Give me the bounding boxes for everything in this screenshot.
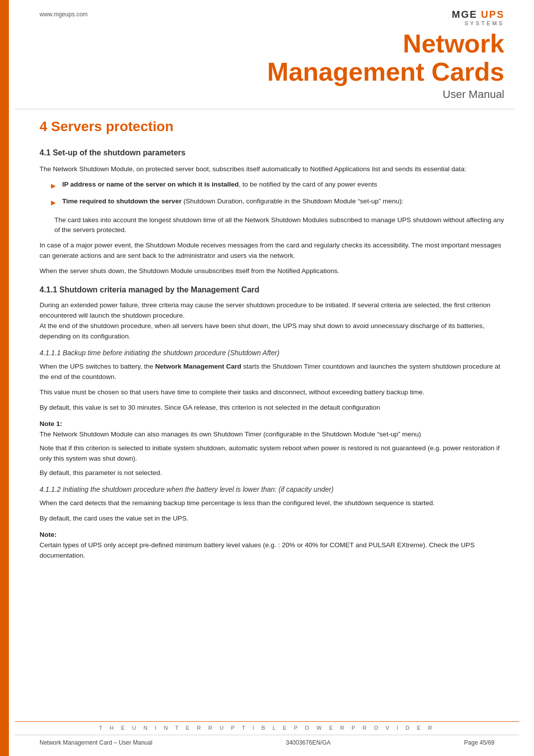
bullet-bold-1: IP address or name of the server on whic…: [62, 181, 239, 188]
bullet-item-1: ► IP address or name of the server on wh…: [49, 180, 504, 192]
logo-mge: MGE UPS SYSTEMS: [452, 9, 504, 20]
section-4-1-intro: The Network Shutdown Module, on protecte…: [40, 164, 504, 175]
indent-block-4-1: The card takes into account the longest …: [54, 215, 504, 236]
section-4-1-1-1-para1: When the UPS switches to battery, the Ne…: [40, 362, 504, 382]
bullet-arrow-2: ►: [49, 197, 57, 209]
section-4-1-1-2-para2: By default, the card uses the value set …: [40, 514, 504, 524]
section-4-1-para3: When the server shuts down, the Shutdown…: [40, 266, 504, 277]
left-accent-bar: [0, 0, 9, 756]
footer-right: Page 45/69: [464, 739, 494, 746]
bullet-text-1: IP address or name of the server on whic…: [62, 180, 377, 190]
bullet-item-2: ► Time required to shutdown the server (…: [49, 196, 504, 209]
footer-provider-text: T H E U N I N T E R R U P T I B L E P O …: [0, 725, 534, 731]
section-4-1-1-title: 4.1.1 Shutdown criteria managed by the M…: [40, 285, 504, 294]
footer-rule-top: [15, 721, 519, 722]
indent-text-4-1: The card takes into account the longest …: [54, 215, 504, 236]
logo-area: MGE UPS SYSTEMS SYSTEMS: [452, 9, 504, 26]
chapter-number: 4: [40, 119, 47, 134]
bold-nmc: Network Management Card: [155, 363, 241, 370]
title-management-cards: Management Cards: [267, 58, 504, 86]
title-user-manual: User Manual: [267, 88, 504, 101]
note1-label: Note 1:: [40, 420, 504, 427]
bullet-text-2: Time required to shutdown the server (Sh…: [62, 196, 403, 207]
section-4-1-title: 4.1 Set-up of the shutdown parameters: [40, 148, 504, 157]
footer: T H E U N I N T E R R U P T I B L E P O …: [0, 721, 534, 756]
website-url: www.mgeups.com: [40, 11, 88, 18]
section-4-1-1-para1: During an extended power failure, three …: [40, 300, 504, 342]
section-4-1-para2: In case of a major power event, the Shut…: [40, 240, 504, 261]
footer-info: Network Management Card – User Manual 34…: [0, 739, 534, 746]
logo-mge-text: MGE: [452, 9, 478, 20]
note2-text1: Certain types of UPS only accept pre-def…: [40, 540, 504, 561]
bullet-bold-2: Time required to shutdown the server: [62, 197, 181, 205]
title-network: Network: [267, 30, 504, 58]
section-4-1-1-2-title: 4.1.1.2 Initiating the shutdown procedur…: [40, 485, 504, 493]
logo-ups-text: UPS: [477, 9, 504, 20]
note1-text1: The Network Shutdown Module can also man…: [40, 429, 504, 440]
footer-left: Network Management Card – User Manual: [40, 739, 152, 746]
bullet-list-4-1: ► IP address or name of the server on wh…: [49, 180, 504, 209]
page: www.mgeups.com MGE UPS SYSTEMS SYSTEMS N…: [0, 0, 534, 756]
footer-center: 34003676EN/GA: [286, 739, 331, 746]
chapter-title-label: Servers protection: [51, 119, 173, 134]
logo-systems-text: SYSTEMS: [452, 20, 504, 26]
note1-text3: By default, this parameter is not select…: [40, 468, 504, 478]
title-block: Network Management Cards User Manual: [267, 30, 504, 101]
header-divider: [15, 109, 514, 109]
footer-rule-bottom: [15, 735, 519, 735]
section-4-1-1-1-para3: By default, this value is set to 30 minu…: [40, 403, 504, 413]
section-4-1-1-2-para1: When the card detects that the remaining…: [40, 498, 504, 509]
section-4-1-1-1-title: 4.1.1.1 Backup time before initiating th…: [40, 349, 504, 357]
note1-text2: Note that if this criterion is selected …: [40, 443, 504, 464]
bullet-arrow-1: ►: [49, 180, 57, 192]
note2-label: Note:: [40, 531, 504, 538]
section-4-1-1-1-para2: This value must be chosen so that users …: [40, 387, 504, 398]
chapter-4-title: 4 Servers protection: [40, 119, 504, 135]
main-content: 4 Servers protection 4.1 Set-up of the s…: [40, 119, 504, 707]
